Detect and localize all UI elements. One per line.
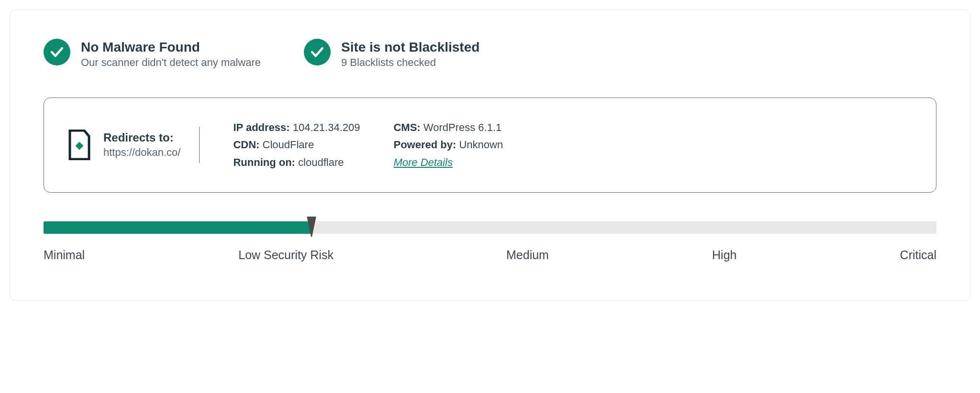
- running-label: Running on:: [233, 156, 295, 168]
- cdn-label: CDN:: [233, 139, 259, 151]
- malware-subtitle: Our scanner didn't detect any malware: [81, 56, 261, 69]
- more-details-link[interactable]: More Details: [393, 156, 452, 168]
- risk-label-medium: Medium: [506, 248, 549, 262]
- check-icon: [304, 39, 331, 66]
- risk-label-minimal: Minimal: [44, 248, 85, 262]
- powered-value: Unknown: [459, 139, 503, 151]
- cdn-value: CloudFlare: [263, 139, 314, 151]
- risk-fill: [44, 221, 312, 234]
- detail-columns: IP address: 104.21.34.209 CDN: CloudFlar…: [219, 119, 503, 171]
- security-summary-card: No Malware Found Our scanner didn't dete…: [10, 10, 970, 301]
- redirect-block: Redirects to: https://dokan.co/: [67, 130, 200, 160]
- risk-label-critical: Critical: [900, 248, 936, 262]
- malware-status-text: No Malware Found Our scanner didn't dete…: [81, 39, 261, 69]
- cms-label: CMS:: [393, 121, 420, 133]
- blacklist-subtitle: 9 Blacklists checked: [341, 56, 479, 69]
- risk-labels: Minimal Low Security Risk Medium High Cr…: [44, 248, 936, 262]
- risk-label-low: Low Security Risk: [238, 248, 334, 262]
- running-row: Running on: cloudflare: [233, 154, 360, 171]
- blacklist-status-text: Site is not Blacklisted 9 Blacklists che…: [341, 39, 479, 69]
- risk-pointer-icon: [306, 216, 317, 238]
- redirect-text: Redirects to: https://dokan.co/: [103, 131, 180, 159]
- cdn-row: CDN: CloudFlare: [233, 136, 360, 153]
- powered-label: Powered by:: [393, 139, 456, 151]
- file-icon: [67, 130, 92, 160]
- ip-label: IP address:: [233, 121, 290, 133]
- detail-col-1: IP address: 104.21.34.209 CDN: CloudFlar…: [233, 119, 360, 171]
- status-row: No Malware Found Our scanner didn't dete…: [44, 39, 936, 69]
- redirects-url: https://dokan.co/: [103, 146, 180, 159]
- cms-row: CMS: WordPress 6.1.1: [393, 119, 503, 136]
- risk-meter: Minimal Low Security Risk Medium High Cr…: [44, 221, 936, 262]
- detail-col-2: CMS: WordPress 6.1.1 Powered by: Unknown…: [393, 119, 503, 171]
- risk-track: [44, 221, 936, 234]
- risk-label-high: High: [712, 248, 736, 262]
- powered-row: Powered by: Unknown: [393, 136, 503, 153]
- redirects-label: Redirects to:: [103, 131, 180, 144]
- malware-status: No Malware Found Our scanner didn't dete…: [44, 39, 261, 69]
- running-value: cloudflare: [298, 156, 344, 168]
- cms-value: WordPress 6.1.1: [423, 121, 501, 133]
- ip-value: 104.21.34.209: [293, 121, 360, 133]
- site-details-panel: Redirects to: https://dokan.co/ IP addre…: [44, 98, 936, 193]
- ip-row: IP address: 104.21.34.209: [233, 119, 360, 136]
- check-icon: [44, 39, 70, 66]
- blacklist-title: Site is not Blacklisted: [341, 39, 479, 55]
- malware-title: No Malware Found: [81, 39, 261, 55]
- blacklist-status: Site is not Blacklisted 9 Blacklists che…: [304, 39, 479, 69]
